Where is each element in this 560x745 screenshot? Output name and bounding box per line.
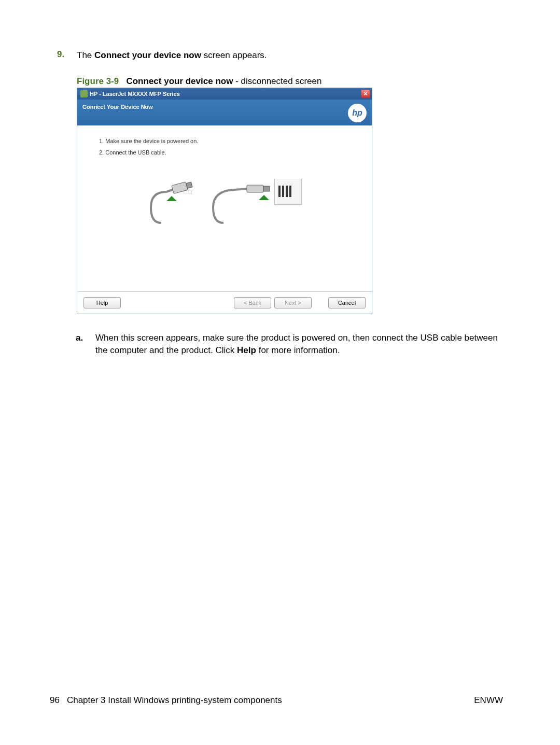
window-title: HP - LaserJet MXXXX MFP Series	[90, 91, 361, 97]
svg-rect-7	[278, 186, 281, 197]
instruction-line-1: 1. Make sure the device is powered on.	[99, 138, 353, 144]
figure-title-bold: Connect your device now	[126, 76, 233, 86]
svg-rect-5	[263, 186, 270, 191]
hp-logo-text: hp	[352, 108, 362, 118]
app-icon	[80, 90, 88, 97]
figure-label: Figure 3-9	[77, 76, 119, 86]
substep-a: a. When this screen appears, make sure t…	[76, 332, 503, 357]
figure-caption: Figure 3-9 Connect your device now - dis…	[77, 76, 503, 87]
svg-marker-3	[166, 196, 177, 201]
installer-dialog: HP - LaserJet MXXXX MFP Series × Connect…	[77, 88, 372, 314]
back-button[interactable]: < Back	[234, 297, 271, 308]
step-number: 9.	[57, 49, 77, 62]
cancel-button[interactable]: Cancel	[328, 297, 366, 308]
next-button[interactable]: Next >	[274, 297, 312, 308]
dialog-body: 1. Make sure the device is powered on. 2…	[77, 125, 372, 291]
page-footer: 96 Chapter 3 Install Windows printing-sy…	[0, 695, 560, 706]
svg-rect-4	[247, 185, 263, 192]
svg-marker-11	[259, 195, 269, 200]
substep-letter: a.	[76, 332, 95, 357]
help-button[interactable]: Help	[83, 297, 121, 308]
subheader-text: Connect Your Device Now	[82, 104, 153, 110]
titlebar: HP - LaserJet MXXXX MFP Series ×	[77, 88, 372, 100]
substep-text: When this screen appears, make sure the …	[95, 332, 503, 357]
page-number: 96	[50, 695, 60, 706]
step-text-before: The	[77, 50, 94, 60]
step-text-after: screen appears.	[201, 50, 267, 60]
svg-rect-1	[186, 182, 192, 188]
step-text-bold: Connect your device now	[94, 50, 201, 60]
svg-text:⬚⬚: ⬚⬚	[183, 189, 192, 194]
svg-rect-9	[286, 186, 288, 197]
chapter-title: Chapter 3 Install Windows printing-syste…	[67, 695, 282, 706]
step-9: 9. The Connect your device now screen ap…	[57, 49, 503, 62]
step-text: The Connect your device now screen appea…	[77, 49, 267, 62]
close-icon[interactable]: ×	[361, 90, 370, 98]
substep-text-after: for more information.	[256, 345, 340, 355]
dialog-footer: Help < Back Next > Cancel	[77, 291, 372, 314]
footer-right: ENWW	[474, 695, 503, 706]
svg-rect-8	[282, 186, 284, 197]
hp-logo-icon: hp	[348, 104, 367, 122]
svg-rect-10	[289, 186, 291, 197]
instruction-line-2: 2. Connect the USB cable.	[99, 149, 353, 156]
figure-title-after: - disconnected screen	[233, 76, 321, 86]
usb-illustration: ⬚⬚ ⬚⬚	[146, 176, 306, 233]
dialog-subheader: Connect Your Device Now hp	[77, 100, 372, 125]
substep-text-bold: Help	[237, 345, 256, 355]
